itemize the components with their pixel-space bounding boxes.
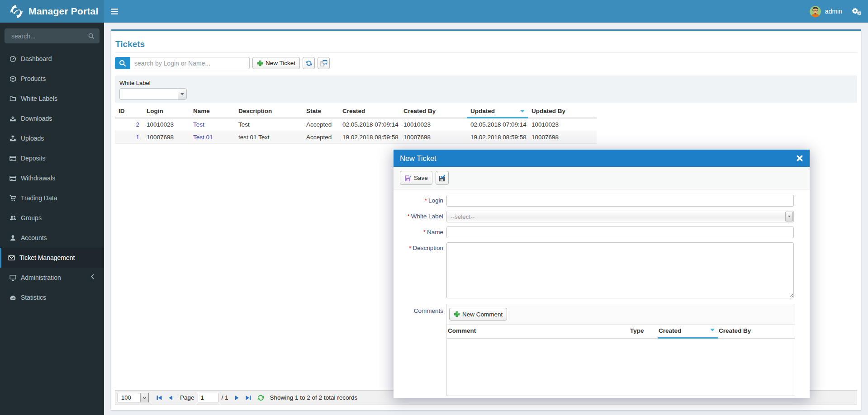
new-ticket-label: New Ticket xyxy=(266,60,295,66)
grid-search xyxy=(115,57,250,69)
sidebar-search-input[interactable] xyxy=(5,29,84,43)
ticket-row[interactable]: 110007698Test 01test 01 TextAccepted19.0… xyxy=(115,131,597,144)
column-header-label: Type xyxy=(630,327,644,334)
id-link[interactable]: 2 xyxy=(136,121,139,128)
id-link[interactable]: 1 xyxy=(136,134,139,141)
page-number-input[interactable] xyxy=(198,393,218,402)
comments-panel: New Comment CommentTypeCreatedCreated By xyxy=(446,304,795,396)
settings-button[interactable] xyxy=(848,0,866,23)
description-field[interactable] xyxy=(446,242,794,298)
save-label: Save xyxy=(414,174,428,181)
name-field-label: *Name xyxy=(394,226,446,238)
navbar: admin xyxy=(104,0,868,23)
page-size-select[interactable]: 100 xyxy=(118,393,149,402)
sidebar-search-button[interactable] xyxy=(84,29,99,43)
sidebar-item-deposits[interactable]: Deposits xyxy=(0,148,104,168)
upload-icon xyxy=(9,135,16,142)
sidebar-item-statistics[interactable]: Statistics xyxy=(0,288,104,307)
sidebar-item-trading-data[interactable]: Trading Data xyxy=(0,188,104,208)
previous-page-button[interactable] xyxy=(166,393,175,402)
username-label: admin xyxy=(825,8,842,15)
cart-icon xyxy=(9,195,16,202)
comments-toolbar: New Comment xyxy=(447,304,795,325)
sidebar-item-downloads[interactable]: Downloads xyxy=(0,108,104,128)
save-and-close-button[interactable] xyxy=(436,171,449,185)
sidebar-item-products[interactable]: Products xyxy=(0,69,104,89)
reload-grid-button[interactable] xyxy=(303,57,315,69)
refresh-grid-button[interactable] xyxy=(256,393,266,402)
sort-desc-icon xyxy=(520,110,525,113)
sidebar-menu: DashboardProductsWhite LabelsDownloadsUp… xyxy=(0,49,104,307)
column-header-name[interactable]: Name xyxy=(190,106,235,118)
avatar xyxy=(810,6,821,17)
gears-icon xyxy=(851,7,862,16)
select-arrow xyxy=(140,393,148,402)
grid-search-input[interactable] xyxy=(130,57,250,69)
save-button[interactable]: Save xyxy=(400,171,432,185)
close-button[interactable] xyxy=(796,155,803,162)
sidebar-item-white-labels[interactable]: White Labels xyxy=(0,89,104,108)
tickets-table: IDLoginNameDescriptionStateCreatedCreate… xyxy=(115,106,597,144)
name-link[interactable]: Test xyxy=(193,121,204,128)
records-summary: Showing 1 to 2 of 2 total records xyxy=(270,394,358,401)
grid-search-button[interactable] xyxy=(115,57,130,69)
column-header-created[interactable]: Created xyxy=(658,325,718,338)
name-link[interactable]: Test 01 xyxy=(193,134,213,141)
name-field[interactable] xyxy=(446,226,794,238)
column-header-label: Created By xyxy=(719,327,751,334)
sidebar-item-uploads[interactable]: Uploads xyxy=(0,128,104,148)
column-header-label: Name xyxy=(193,108,210,114)
sidebar-item-ticket-management[interactable]: Ticket Management xyxy=(0,248,104,268)
user-icon xyxy=(9,235,16,241)
first-page-icon xyxy=(156,395,162,401)
white-label-select[interactable]: --select-- xyxy=(446,211,794,222)
download-icon xyxy=(9,115,16,122)
column-header-login[interactable]: Login xyxy=(143,106,190,118)
new-ticket-button[interactable]: New Ticket xyxy=(252,57,300,69)
chevron-down-icon xyxy=(180,93,184,95)
new-comment-button[interactable]: New Comment xyxy=(449,308,507,321)
column-header-id[interactable]: ID xyxy=(115,106,143,118)
sidebar-item-administration[interactable]: Administration xyxy=(0,268,104,288)
last-page-button[interactable] xyxy=(244,393,253,402)
cell-updated_by: 10010023 xyxy=(528,118,597,131)
sidebar-toggle-button[interactable] xyxy=(104,0,124,23)
first-page-button[interactable] xyxy=(154,393,164,402)
column-header-created[interactable]: Created xyxy=(339,106,400,118)
column-header-type[interactable]: Type xyxy=(629,325,658,338)
sidebar-item-label: Downloads xyxy=(21,115,52,122)
new-ticket-modal: New Ticket Save xyxy=(394,150,810,398)
cell-name: Test 01 xyxy=(190,131,235,144)
envelope-icon xyxy=(8,255,15,261)
sidebar-item-withdrawals[interactable]: Withdrawals xyxy=(0,168,104,188)
folder-icon xyxy=(9,95,16,102)
sidebar-item-groups[interactable]: Groups xyxy=(0,208,104,228)
user-menu[interactable]: admin xyxy=(804,0,848,23)
column-header-label: Created By xyxy=(403,108,436,114)
desktop-icon xyxy=(9,274,16,281)
export-grid-button[interactable] xyxy=(318,57,330,69)
column-header-created_by[interactable]: Created By xyxy=(400,106,467,118)
cell-description: Test xyxy=(235,118,303,131)
ticket-row[interactable]: 210010023TestTestAccepted02.05.2018 07:0… xyxy=(115,118,597,131)
white-label-select-value: --select-- xyxy=(451,213,474,220)
next-page-button[interactable] xyxy=(232,393,242,402)
white-label-filter-dropdown-button[interactable] xyxy=(178,89,186,99)
sidebar-item-label: Statistics xyxy=(21,294,46,301)
column-header-state[interactable]: State xyxy=(303,106,339,118)
white-label-select-button[interactable] xyxy=(785,212,793,222)
white-label-filter-input[interactable] xyxy=(120,89,186,99)
column-header-description[interactable]: Description xyxy=(235,106,303,118)
column-header-updated[interactable]: Updated xyxy=(467,106,528,118)
sidebar-item-accounts[interactable]: Accounts xyxy=(0,228,104,248)
cell-description: test 01 Text xyxy=(235,131,303,144)
filter-panel: White Label xyxy=(115,75,857,103)
sidebar-item-dashboard[interactable]: Dashboard xyxy=(0,49,104,69)
column-header-updated_by[interactable]: Updated By xyxy=(528,106,597,118)
column-header-created_by[interactable]: Created By xyxy=(718,325,795,338)
column-header-comment[interactable]: Comment xyxy=(447,325,629,338)
modal-header[interactable]: New Ticket xyxy=(394,150,810,167)
login-field[interactable] xyxy=(446,195,794,207)
brand-logo[interactable]: Manager Portal xyxy=(0,0,104,23)
column-header-label: Created xyxy=(342,108,365,114)
